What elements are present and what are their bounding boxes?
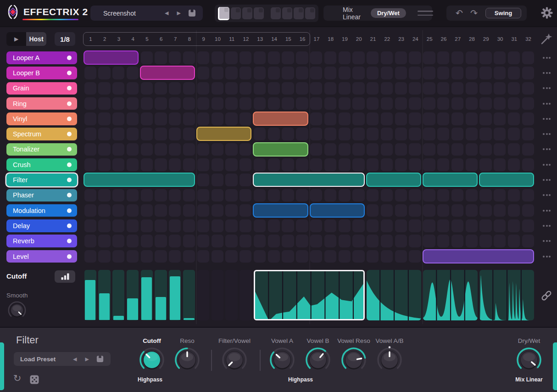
grid-cell[interactable] xyxy=(268,158,280,171)
grid-cell[interactable] xyxy=(381,143,393,156)
grid-cell[interactable] xyxy=(141,112,153,125)
grid-cell[interactable] xyxy=(466,143,478,156)
track-enable-dot[interactable] xyxy=(67,178,72,182)
grid-cell[interactable] xyxy=(310,235,322,247)
grid-cell[interactable] xyxy=(212,158,223,171)
track-label-reverb[interactable]: Reverb xyxy=(6,235,77,247)
grid-cell[interactable] xyxy=(451,97,463,110)
grid-cell[interactable] xyxy=(84,143,96,156)
effect-block-filter[interactable] xyxy=(366,173,421,187)
track-label-looper-b[interactable]: Looper B xyxy=(6,67,77,79)
grid-cell[interactable] xyxy=(479,51,491,64)
grid-cell[interactable] xyxy=(98,143,110,156)
grid-cell[interactable] xyxy=(197,143,209,156)
preset-next-icon[interactable]: ▶ xyxy=(173,10,185,16)
grid-cell[interactable] xyxy=(183,219,195,232)
grid-cell[interactable] xyxy=(225,204,237,217)
grid-cell[interactable] xyxy=(352,250,364,263)
grid-cell[interactable] xyxy=(395,67,407,79)
grid-cell[interactable] xyxy=(169,97,181,110)
grid-cell[interactable] xyxy=(225,250,237,263)
grid-cell[interactable] xyxy=(197,219,209,232)
grid-cell[interactable] xyxy=(127,235,139,247)
grid-cell[interactable] xyxy=(466,97,478,110)
grid-cell[interactable] xyxy=(479,128,491,140)
track-enable-dot[interactable] xyxy=(67,224,72,228)
grid-cell[interactable] xyxy=(155,235,167,247)
grid-cell[interactable] xyxy=(155,82,167,95)
grid-cell[interactable] xyxy=(141,82,153,95)
grid-cell[interactable] xyxy=(127,189,139,202)
envelope-step-cell[interactable] xyxy=(127,270,139,320)
grid-cell[interactable] xyxy=(466,128,478,140)
grid-cell[interactable] xyxy=(112,143,124,156)
settings-gear-icon[interactable] xyxy=(541,7,553,19)
effect-block-level[interactable] xyxy=(423,249,534,263)
grid-cell[interactable] xyxy=(225,158,237,171)
grid-cell[interactable] xyxy=(508,128,520,140)
track-label-tonalizer[interactable]: Tonalizer xyxy=(6,143,77,156)
grid-cell[interactable] xyxy=(127,112,139,125)
grid-cell[interactable] xyxy=(169,204,181,217)
grid-cell[interactable] xyxy=(423,97,435,110)
knob-vowel-b[interactable] xyxy=(303,345,333,375)
grid-cell[interactable] xyxy=(494,235,506,247)
grid-cell[interactable] xyxy=(479,204,491,217)
grid-cell[interactable] xyxy=(339,97,351,110)
effect-block-looper-b[interactable] xyxy=(140,66,195,80)
grid-cell[interactable] xyxy=(451,82,463,95)
grid-cell[interactable] xyxy=(254,128,266,140)
knob-dry-wet[interactable] xyxy=(514,345,544,375)
grid-cell[interactable] xyxy=(310,97,322,110)
grid-cell[interactable] xyxy=(155,128,167,140)
grid-cell[interactable] xyxy=(225,189,237,202)
grid-cell[interactable] xyxy=(409,97,421,110)
grid-cell[interactable] xyxy=(282,219,294,232)
grid-cell[interactable] xyxy=(339,51,351,64)
grid-cell[interactable] xyxy=(212,219,223,232)
grid-cell[interactable] xyxy=(381,189,393,202)
grid-cell[interactable] xyxy=(197,82,209,95)
grid-cell[interactable] xyxy=(169,143,181,156)
envelope-empty-cell[interactable] xyxy=(197,270,209,320)
grid-cell[interactable] xyxy=(225,112,237,125)
grid-cell[interactable] xyxy=(479,82,491,95)
grid-cell[interactable] xyxy=(127,82,139,95)
grid-cell[interactable] xyxy=(84,67,96,79)
grid-cell[interactable] xyxy=(98,250,110,263)
grid-cell[interactable] xyxy=(212,112,223,125)
grid-cell[interactable] xyxy=(127,67,139,79)
envelope-region[interactable] xyxy=(367,270,421,320)
grid-cell[interactable] xyxy=(437,82,449,95)
grid-cell[interactable] xyxy=(409,250,421,263)
grid-cell[interactable] xyxy=(84,128,96,140)
effect-block-filter[interactable] xyxy=(84,173,195,187)
grid-cell[interactable] xyxy=(466,67,478,79)
envelope-mode-button[interactable] xyxy=(55,270,75,283)
grid-cell[interactable] xyxy=(212,67,223,79)
grid-cell[interactable] xyxy=(352,189,364,202)
grid-cell[interactable] xyxy=(197,250,209,263)
grid-cell[interactable] xyxy=(352,219,364,232)
grid-cell[interactable] xyxy=(127,250,139,263)
grid-cell[interactable] xyxy=(84,204,96,217)
grid-cell[interactable] xyxy=(310,189,322,202)
grid-cell[interactable] xyxy=(268,235,280,247)
grid-cell[interactable] xyxy=(141,235,153,247)
grid-cell[interactable] xyxy=(84,112,96,125)
grid-cell[interactable] xyxy=(324,82,336,95)
grid-cell[interactable] xyxy=(282,189,294,202)
grid-cell[interactable] xyxy=(183,235,195,247)
grid-cell[interactable] xyxy=(197,189,209,202)
grid-cell[interactable] xyxy=(183,204,195,217)
grid-cell[interactable] xyxy=(254,235,266,247)
effect-block-vinyl[interactable] xyxy=(253,112,308,126)
envelope-step-cell[interactable] xyxy=(98,270,110,320)
grid-cell[interactable] xyxy=(352,112,364,125)
grid-cell[interactable] xyxy=(522,97,534,110)
grid-cell[interactable] xyxy=(423,51,435,64)
grid-cell[interactable] xyxy=(155,143,167,156)
grid-cell[interactable] xyxy=(522,82,534,95)
grid-cell[interactable] xyxy=(324,158,336,171)
grid-cell[interactable] xyxy=(84,97,96,110)
